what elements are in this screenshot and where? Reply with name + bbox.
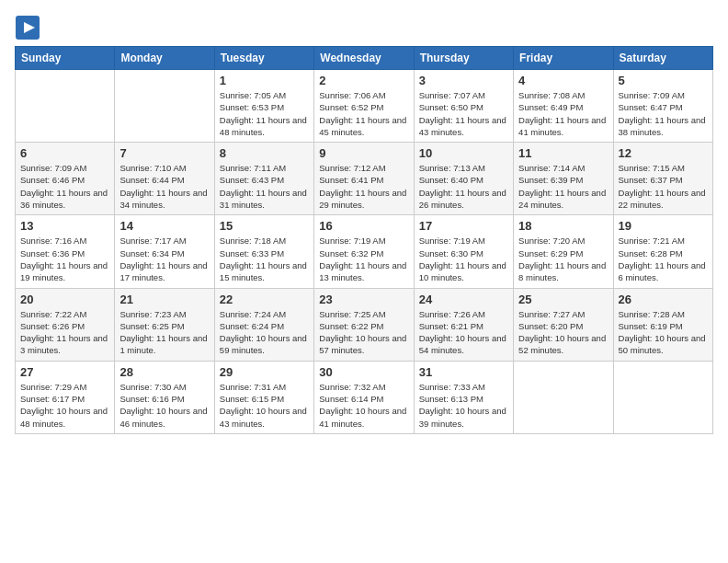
calendar-cell: 8Sunrise: 7:11 AM Sunset: 6:43 PM Daylig… [214,143,313,215]
calendar-cell [115,70,214,143]
day-number: 17 [419,219,508,233]
day-number: 28 [119,365,209,379]
calendar-cell: 7Sunrise: 7:10 AM Sunset: 6:44 PM Daylig… [115,143,214,215]
calendar-cell: 21Sunrise: 7:23 AM Sunset: 6:25 PM Dayli… [115,288,214,361]
day-info: Sunrise: 7:26 AM Sunset: 6:21 PM Dayligh… [419,308,508,357]
calendar-cell: 5Sunrise: 7:09 AM Sunset: 6:47 PM Daylig… [613,70,712,143]
day-number: 30 [319,365,408,379]
day-number: 5 [619,74,708,87]
day-number: 14 [119,219,209,233]
day-number: 24 [419,293,508,306]
day-info: Sunrise: 7:17 AM Sunset: 6:34 PM Dayligh… [119,235,209,283]
day-number: 23 [319,293,408,306]
day-number: 20 [20,293,109,306]
day-info: Sunrise: 7:31 AM Sunset: 6:15 PM Dayligh… [220,381,309,430]
day-info: Sunrise: 7:22 AM Sunset: 6:26 PM Dayligh… [20,308,109,357]
day-number: 12 [619,146,708,160]
day-number: 11 [518,146,608,160]
day-number: 7 [119,146,209,160]
calendar-cell: 16Sunrise: 7:19 AM Sunset: 6:32 PM Dayli… [314,215,414,288]
calendar-cell [16,70,115,143]
calendar-cell: 1Sunrise: 7:05 AM Sunset: 6:53 PM Daylig… [214,70,313,143]
day-info: Sunrise: 7:11 AM Sunset: 6:43 PM Dayligh… [220,162,309,211]
calendar-cell: 4Sunrise: 7:08 AM Sunset: 6:49 PM Daylig… [514,70,613,143]
calendar-cell: 26Sunrise: 7:28 AM Sunset: 6:19 PM Dayli… [613,288,712,361]
calendar-week-3: 13Sunrise: 7:16 AM Sunset: 6:36 PM Dayli… [16,215,713,288]
calendar-cell: 25Sunrise: 7:27 AM Sunset: 6:20 PM Dayli… [514,288,613,361]
calendar-cell: 22Sunrise: 7:24 AM Sunset: 6:24 PM Dayli… [214,288,313,361]
calendar-cell: 12Sunrise: 7:15 AM Sunset: 6:37 PM Dayli… [613,143,712,215]
day-number: 9 [319,146,408,160]
day-header-wednesday: Wednesday [314,47,414,70]
calendar-cell: 18Sunrise: 7:20 AM Sunset: 6:29 PM Dayli… [514,215,613,288]
day-info: Sunrise: 7:30 AM Sunset: 6:16 PM Dayligh… [119,381,209,430]
day-info: Sunrise: 7:27 AM Sunset: 6:20 PM Dayligh… [518,308,608,357]
day-header-saturday: Saturday [613,47,712,70]
day-info: Sunrise: 7:05 AM Sunset: 6:53 PM Dayligh… [220,89,309,138]
calendar-week-1: 1Sunrise: 7:05 AM Sunset: 6:53 PM Daylig… [16,70,713,143]
day-header-sunday: Sunday [16,47,115,70]
day-number: 4 [518,74,608,87]
day-info: Sunrise: 7:13 AM Sunset: 6:40 PM Dayligh… [419,162,508,211]
day-info: Sunrise: 7:24 AM Sunset: 6:24 PM Dayligh… [220,308,309,357]
calendar-cell: 20Sunrise: 7:22 AM Sunset: 6:26 PM Dayli… [16,288,115,361]
day-number: 21 [119,293,209,306]
day-info: Sunrise: 7:06 AM Sunset: 6:52 PM Dayligh… [319,89,408,138]
day-number: 3 [419,74,508,87]
calendar-cell: 9Sunrise: 7:12 AM Sunset: 6:41 PM Daylig… [314,143,414,215]
day-info: Sunrise: 7:19 AM Sunset: 6:30 PM Dayligh… [419,235,508,283]
day-info: Sunrise: 7:15 AM Sunset: 6:37 PM Dayligh… [619,162,708,211]
day-number: 18 [518,219,608,233]
day-info: Sunrise: 7:10 AM Sunset: 6:44 PM Dayligh… [119,162,209,211]
day-number: 2 [319,74,408,87]
day-info: Sunrise: 7:18 AM Sunset: 6:33 PM Dayligh… [220,235,309,283]
calendar-cell: 17Sunrise: 7:19 AM Sunset: 6:30 PM Dayli… [414,215,513,288]
day-number: 8 [220,146,309,160]
day-number: 13 [20,219,109,233]
calendar-cell: 6Sunrise: 7:09 AM Sunset: 6:46 PM Daylig… [16,143,115,215]
calendar-cell [514,361,613,433]
day-number: 25 [518,293,608,306]
day-info: Sunrise: 7:29 AM Sunset: 6:17 PM Dayligh… [20,381,109,430]
day-number: 31 [419,365,508,379]
day-info: Sunrise: 7:12 AM Sunset: 6:41 PM Dayligh… [319,162,408,211]
calendar-cell: 23Sunrise: 7:25 AM Sunset: 6:22 PM Dayli… [314,288,414,361]
calendar-week-4: 20Sunrise: 7:22 AM Sunset: 6:26 PM Dayli… [16,288,713,361]
day-info: Sunrise: 7:07 AM Sunset: 6:50 PM Dayligh… [419,89,508,138]
day-number: 19 [619,219,708,233]
day-info: Sunrise: 7:14 AM Sunset: 6:39 PM Dayligh… [518,162,608,211]
day-info: Sunrise: 7:21 AM Sunset: 6:28 PM Dayligh… [619,235,708,283]
day-header-monday: Monday [115,47,214,70]
day-number: 22 [220,293,309,306]
day-number: 1 [220,74,309,87]
day-info: Sunrise: 7:28 AM Sunset: 6:19 PM Dayligh… [619,308,708,357]
calendar-cell: 11Sunrise: 7:14 AM Sunset: 6:39 PM Dayli… [514,143,613,215]
calendar-cell: 19Sunrise: 7:21 AM Sunset: 6:28 PM Dayli… [613,215,712,288]
calendar-cell: 3Sunrise: 7:07 AM Sunset: 6:50 PM Daylig… [414,70,513,143]
calendar-week-5: 27Sunrise: 7:29 AM Sunset: 6:17 PM Dayli… [16,361,713,433]
day-info: Sunrise: 7:20 AM Sunset: 6:29 PM Dayligh… [518,235,608,283]
day-number: 26 [619,293,708,306]
calendar-cell: 27Sunrise: 7:29 AM Sunset: 6:17 PM Dayli… [16,361,115,433]
day-info: Sunrise: 7:09 AM Sunset: 6:46 PM Dayligh… [20,162,109,211]
calendar-cell: 13Sunrise: 7:16 AM Sunset: 6:36 PM Dayli… [16,215,115,288]
day-number: 27 [20,365,109,379]
day-info: Sunrise: 7:33 AM Sunset: 6:13 PM Dayligh… [419,381,508,430]
day-info: Sunrise: 7:08 AM Sunset: 6:49 PM Dayligh… [518,89,608,138]
calendar-header-row: SundayMondayTuesdayWednesdayThursdayFrid… [16,47,713,70]
calendar-week-2: 6Sunrise: 7:09 AM Sunset: 6:46 PM Daylig… [16,143,713,215]
day-info: Sunrise: 7:09 AM Sunset: 6:47 PM Dayligh… [619,89,708,138]
calendar-table: SundayMondayTuesdayWednesdayThursdayFrid… [15,46,713,434]
day-info: Sunrise: 7:23 AM Sunset: 6:25 PM Dayligh… [119,308,209,357]
logo-icon [15,15,40,40]
calendar-cell: 28Sunrise: 7:30 AM Sunset: 6:16 PM Dayli… [115,361,214,433]
day-number: 10 [419,146,508,160]
day-number: 6 [20,146,109,160]
day-header-thursday: Thursday [414,47,513,70]
calendar-cell: 24Sunrise: 7:26 AM Sunset: 6:21 PM Dayli… [414,288,513,361]
calendar-cell: 30Sunrise: 7:32 AM Sunset: 6:14 PM Dayli… [314,361,414,433]
calendar-cell: 31Sunrise: 7:33 AM Sunset: 6:13 PM Dayli… [414,361,513,433]
day-header-friday: Friday [514,47,613,70]
calendar-cell: 14Sunrise: 7:17 AM Sunset: 6:34 PM Dayli… [115,215,214,288]
calendar-cell: 10Sunrise: 7:13 AM Sunset: 6:40 PM Dayli… [414,143,513,215]
